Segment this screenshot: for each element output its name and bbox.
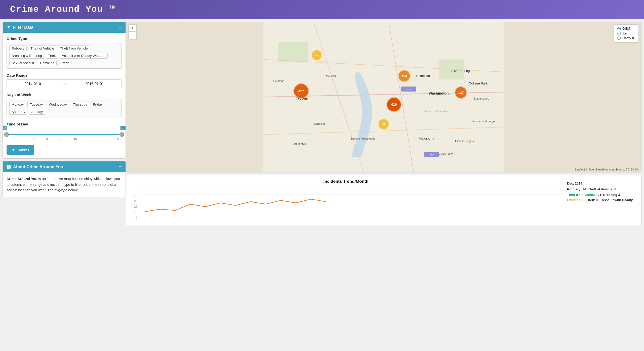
- cluster-marker-c84[interactable]: 84: [378, 118, 389, 130]
- crime-type-tag[interactable]: Homicide: [38, 60, 57, 66]
- day-tag[interactable]: Tuesday: [27, 102, 45, 107]
- day-tag[interactable]: Monday: [9, 102, 26, 107]
- legend-robbery: Robbery: 14 Theft of Vehicle: 8: [567, 187, 637, 192]
- time-label: 18: [88, 137, 91, 141]
- day-tag[interactable]: Thursday: [71, 102, 90, 107]
- legend-theft-from-vehicle: Theft from Vehicle: 21 Breaking &: [567, 192, 637, 197]
- about-body-text2: below: [67, 188, 78, 192]
- time-slider-labels: 03691215182123: [7, 137, 122, 141]
- cluster-marker-c56[interactable]: 56: [311, 50, 322, 61]
- date-from-input[interactable]: [7, 80, 61, 88]
- about-text: Crime Around You is an interactive map b…: [7, 176, 122, 193]
- legend-entering: Entering: 8 Theft: 31 Assault with Deadl…: [567, 198, 637, 203]
- crime-type-label: Crime Type: [7, 36, 122, 41]
- zoom-in-button[interactable]: +: [129, 25, 136, 32]
- time-slider-thumb-left[interactable]: 0: [4, 132, 9, 137]
- chart-content: 40 30 20 10 0: [130, 187, 562, 222]
- crime-type-tag[interactable]: Theft from Vehicle: [58, 46, 90, 51]
- layer-label-cartodb: CartoDB: [622, 36, 635, 40]
- map-attribution: Leaflet | © OpenStreetMap contributors, …: [575, 168, 639, 171]
- radio-osm: [617, 27, 621, 30]
- radio-cartodb: [617, 36, 621, 40]
- info-icon: i: [7, 165, 11, 169]
- layer-label-esri: Esri: [622, 31, 628, 35]
- about-panel-body: Crime Around You is an interactive map b…: [3, 172, 126, 197]
- about-minimize-button[interactable]: −: [119, 164, 122, 170]
- svg-text:Summerfield Largo: Summerfield Largo: [471, 120, 495, 123]
- app-header: Crime Around You TM: [0, 0, 644, 19]
- filter-minimize-button[interactable]: −: [119, 24, 122, 30]
- date-range-label: Date Range: [7, 73, 122, 77]
- about-panel-title: About Crime Around You: [13, 164, 63, 169]
- day-tag[interactable]: Friday: [91, 102, 105, 107]
- time-label: 15: [74, 137, 77, 141]
- map-container: Tysons Silver Spring Washington College …: [126, 22, 641, 172]
- time-slider-thumb-right[interactable]: 23: [119, 132, 124, 137]
- time-label: 3: [21, 137, 22, 141]
- filter-icon: ▼: [7, 25, 11, 30]
- svg-text:Silver Spring: Silver Spring: [451, 69, 470, 73]
- about-panel-header: i About Crime Around You −: [3, 161, 126, 172]
- date-to-input[interactable]: [68, 80, 122, 88]
- date-separator: to: [61, 82, 68, 86]
- days-of-week-label: Days of Week: [7, 93, 122, 97]
- crime-type-tag[interactable]: Breaking & Entering: [9, 53, 44, 59]
- time-slider-container: 0 23 03691215182123: [7, 134, 122, 141]
- map-layer-option-esri[interactable]: Esri: [617, 31, 635, 35]
- about-italic-text: dygraph: [55, 188, 67, 192]
- day-tag[interactable]: Sunday: [29, 109, 45, 115]
- time-label: 0: [8, 137, 10, 141]
- svg-text:Bethesda: Bethesda: [416, 74, 430, 78]
- chart-y-axis: 40 30 20 10 0: [130, 194, 137, 219]
- radio-esri: [617, 32, 621, 35]
- days-of-week-section: Days of Week MondayTuesdayWednesdayThurs…: [7, 93, 122, 117]
- chart-legend: Dec, 2014: Robbery: 14 Theft of Vehicle:…: [567, 179, 637, 221]
- filter-panel-title: Filter Data: [13, 25, 33, 30]
- cluster-marker-c427[interactable]: 427: [293, 83, 309, 99]
- chart-panel: Incidents Trend/Month 40 30 20 10 0: [126, 175, 641, 225]
- crime-type-tag[interactable]: Assault with Deadly Weapon: [60, 53, 108, 59]
- date-range-section: Date Range to: [7, 73, 122, 88]
- cluster-marker-c419[interactable]: 419: [386, 97, 401, 112]
- time-label: 21: [103, 137, 106, 141]
- chart-title: Incidents Trend/Month: [130, 179, 562, 184]
- crime-type-tag[interactable]: Theft: [46, 53, 58, 59]
- main-layout: ▼ Filter Data − Crime Type RobberyTheft …: [0, 19, 644, 228]
- zoom-out-button[interactable]: −: [129, 32, 136, 39]
- map-layer-selector: OSMEsriCartoDB: [614, 24, 639, 42]
- time-of-day-section: Time of Day 0 23 03691215182123: [7, 122, 122, 141]
- svg-text:Hillcrest Heights: Hillcrest Heights: [454, 140, 474, 143]
- submit-filter-icon: ▼: [12, 148, 15, 152]
- svg-text:Glassmanor: Glassmanor: [439, 152, 454, 155]
- right-content: Tysons Silver Spring Washington College …: [126, 22, 641, 225]
- crime-type-tag[interactable]: Robbery: [9, 46, 27, 51]
- days-of-week-tags: MondayTuesdayWednesdayThursdayFridaySatu…: [7, 99, 122, 117]
- app-title: Crime Around You TM: [10, 5, 634, 15]
- submit-button[interactable]: ▼ Submit: [7, 145, 34, 155]
- crime-type-tag[interactable]: Theft of Vehicle: [28, 46, 56, 51]
- time-label: 9: [46, 137, 48, 141]
- map-layer-option-cartodb[interactable]: CartoDB: [617, 36, 635, 40]
- day-tag[interactable]: Wednesday: [47, 102, 69, 107]
- map-zoom-controls: + −: [129, 24, 137, 39]
- legend-title: Dec, 2014:: [567, 182, 637, 185]
- svg-text:College Park: College Park: [469, 81, 488, 85]
- crime-type-tag[interactable]: Arson: [58, 60, 72, 66]
- svg-text:Annandale: Annandale: [293, 142, 306, 145]
- svg-text:District of Columbia: District of Columbia: [424, 110, 448, 113]
- day-tag[interactable]: Saturday: [9, 109, 27, 115]
- about-panel: i About Crime Around You − Crime Around …: [3, 161, 126, 197]
- svg-text:Bailey's Crossroads: Bailey's Crossroads: [351, 137, 375, 140]
- date-range-row: to: [7, 79, 122, 88]
- crime-type-tag[interactable]: Sexual Assault: [9, 60, 36, 66]
- map-background: Tysons Silver Spring Washington College …: [126, 22, 641, 172]
- filter-panel: ▼ Filter Data − Crime Type RobberyTheft …: [3, 22, 126, 159]
- svg-text:Washington: Washington: [429, 91, 449, 95]
- filter-panel-header: ▼ Filter Data −: [3, 22, 126, 33]
- cluster-marker-c124[interactable]: 124: [398, 70, 411, 82]
- svg-text:I 395: I 395: [428, 154, 434, 156]
- svg-text:Alexandria: Alexandria: [419, 137, 434, 140]
- map-layer-option-osm[interactable]: OSM: [617, 27, 635, 30]
- cluster-marker-c137[interactable]: 137: [455, 86, 467, 99]
- chart-area: Incidents Trend/Month 40 30 20 10 0: [130, 179, 562, 221]
